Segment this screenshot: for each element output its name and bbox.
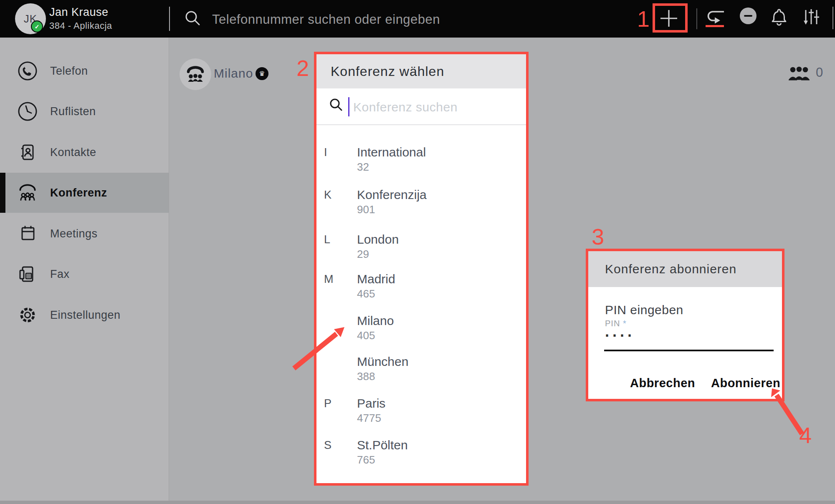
- conference-number: 32: [357, 161, 369, 174]
- sidebar-item-kontakte[interactable]: Kontakte: [0, 132, 169, 172]
- group-letter: L: [324, 233, 349, 246]
- window-bottom-edge: [0, 501, 835, 504]
- group-letter: K: [324, 189, 349, 202]
- text-caret: [348, 97, 349, 116]
- list-item-konferenzija[interactable]: K Konferenzija 901: [316, 188, 526, 220]
- header-divider: [696, 8, 697, 29]
- annotation-step-3: 3: [592, 225, 604, 248]
- conference-number: 901: [357, 203, 375, 216]
- participants-icon: [787, 64, 811, 82]
- sidebar-item-ruflisten[interactable]: Ruflisten: [0, 91, 169, 131]
- clock-icon: [17, 101, 38, 122]
- dialog-titlebar: Konferenz abonnieren: [588, 251, 782, 287]
- choose-conference-dialog: Konferenz wählen I International 32 K: [316, 54, 526, 483]
- dialog-title: Konferenz abonnieren: [605, 251, 736, 287]
- group-letter: S: [324, 439, 349, 452]
- annotation-box-subscribe-dialog: Konferenz abonnieren PIN eingeben PIN * …: [586, 249, 784, 401]
- conference-avatar: [180, 58, 211, 90]
- cancel-button[interactable]: Abbrechen: [630, 376, 695, 390]
- gear-icon: [17, 304, 38, 326]
- conference-name: St.Pölten: [357, 438, 408, 452]
- call-forward-icon: [705, 8, 726, 26]
- list-item-paris[interactable]: P Paris 4775: [316, 396, 526, 429]
- header-edge-divider: [832, 7, 833, 29]
- sidebar-item-label: Ruflisten: [50, 105, 96, 118]
- list-item-international[interactable]: I International 32: [316, 145, 526, 178]
- top-bar: JK ✓ Jan Krause 384 - Aplikacja: [0, 0, 835, 38]
- group-letter: M: [324, 273, 349, 286]
- conference-number: 405: [357, 329, 375, 342]
- conference-name: Paris: [357, 396, 385, 411]
- sidebar-item-konferenz[interactable]: Konferenz: [0, 173, 169, 213]
- annotation-step-1: 1: [637, 8, 650, 30]
- conference-group-icon: [185, 65, 205, 83]
- sidebar: Telefon Ruflisten Kontakte: [0, 38, 169, 504]
- crown-icon: ♛: [259, 70, 265, 78]
- sidebar-item-label: Meetings: [50, 227, 98, 240]
- sidebar-item-fax[interactable]: Fax: [0, 254, 169, 294]
- conference-number: 29: [357, 248, 369, 261]
- sidebar-item-label: Telefon: [50, 65, 88, 78]
- search-icon: [184, 9, 202, 28]
- calendar-icon: [17, 223, 38, 244]
- conference-search-input[interactable]: [352, 98, 517, 117]
- sidebar-item-label: Konferenz: [50, 186, 107, 199]
- conference-icon: [17, 182, 38, 204]
- list-item-stpoelten[interactable]: S St.Pölten 765: [316, 438, 526, 471]
- conference-number: 465: [357, 287, 375, 300]
- required-marker: *: [623, 319, 627, 328]
- conference-number: 4775: [357, 412, 381, 425]
- annotation-arrow-subscribe: [763, 382, 810, 437]
- sidebar-item-label: Einstellungen: [50, 309, 121, 322]
- conference-name: Konferenzija: [357, 188, 427, 202]
- user-extension: 384 - Aplikacja: [49, 20, 112, 31]
- phone-icon: [17, 60, 38, 82]
- call-forward-button[interactable]: [705, 8, 726, 27]
- group-letter: P: [324, 397, 349, 410]
- pin-input[interactable]: ····: [605, 327, 635, 345]
- phone-search-input[interactable]: [211, 10, 568, 29]
- conference-search-row[interactable]: [316, 88, 526, 125]
- contacts-icon: [17, 141, 38, 163]
- conference-number: 765: [357, 454, 375, 466]
- conference-name: Milano: [357, 314, 394, 328]
- status-online-badge: ✓: [31, 20, 43, 33]
- subscribe-dialog: Konferenz abonnieren PIN eingeben PIN * …: [588, 251, 782, 399]
- audio-settings-button[interactable]: [802, 8, 821, 28]
- conference-name: London: [357, 232, 399, 247]
- sidebar-item-label: Fax: [50, 268, 70, 281]
- list-item-madrid[interactable]: M Madrid 465: [316, 272, 526, 305]
- check-icon: ✓: [35, 23, 40, 30]
- conference-name: International: [357, 145, 426, 159]
- annotation-box-add-button: [653, 3, 688, 33]
- dialog-title: Konferenz wählen: [331, 54, 444, 88]
- owner-badge: ♛: [256, 67, 268, 80]
- participant-count: 0: [816, 65, 823, 80]
- annotation-box-choose-dialog: Konferenz wählen I International 32 K: [314, 52, 529, 486]
- conference-name: Milano: [214, 66, 253, 81]
- equalizer-icon: [802, 8, 821, 27]
- app-window: JK ✓ Jan Krause 384 - Aplikacja: [0, 0, 835, 504]
- group-letter: I: [324, 146, 349, 159]
- sidebar-item-label: Kontakte: [50, 146, 96, 159]
- bell-icon: [771, 7, 787, 27]
- do-not-disturb-button[interactable]: [740, 8, 757, 24]
- pin-input-underline: [604, 350, 774, 351]
- annotation-step-2: 2: [296, 57, 309, 79]
- user-name: Jan Krause: [49, 6, 109, 19]
- conference-list: I International 32 K Konferenzija 901 L …: [316, 126, 526, 483]
- sidebar-item-meetings[interactable]: Meetings: [0, 214, 169, 254]
- sidebar-item-einstellungen[interactable]: Einstellungen: [0, 295, 169, 335]
- fax-icon: [17, 263, 38, 285]
- conference-name: München: [357, 355, 408, 369]
- pin-heading: PIN eingeben: [605, 303, 683, 317]
- annotation-arrow-milano: [287, 318, 354, 372]
- notifications-button[interactable]: [771, 7, 787, 28]
- conference-number: 388: [357, 370, 375, 383]
- sidebar-item-telefon[interactable]: Telefon: [0, 51, 169, 91]
- dialog-titlebar: Konferenz wählen: [316, 54, 526, 88]
- list-item-london[interactable]: L London 29: [316, 232, 526, 265]
- search-icon: [329, 98, 347, 116]
- call-forward-active-underline: [706, 25, 724, 27]
- header-divider: [169, 7, 170, 31]
